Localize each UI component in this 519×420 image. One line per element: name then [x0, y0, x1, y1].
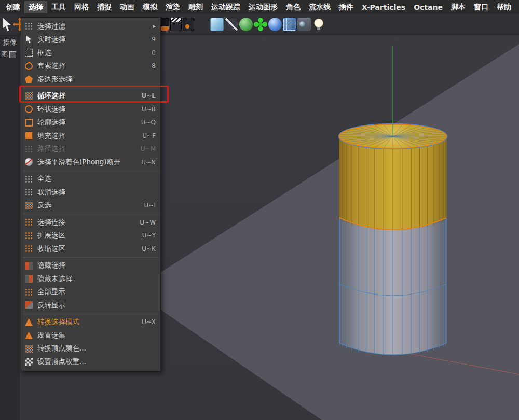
menu-item-label: 选择过滤 [37, 22, 148, 31]
menu-item-live-selection[interactable]: 实时选择9 [21, 33, 160, 47]
array-grid-icon[interactable] [283, 18, 296, 31]
menu-item-grow-selection[interactable]: 扩展选区U~Y [21, 229, 160, 243]
cylinder-object[interactable] [339, 124, 447, 355]
menubar-item-X-Particles[interactable]: X-Particles [358, 2, 409, 13]
menu-item-shortcut: U~L [142, 92, 156, 100]
menubar-item-动画[interactable]: 动画 [116, 1, 139, 13]
menu-item-invert-selection[interactable]: 反选U~I [21, 199, 160, 213]
menubar-item-创建[interactable]: 创建 [2, 1, 24, 13]
unhide-all-icon [25, 288, 33, 296]
mograph-clone-icon[interactable] [254, 18, 267, 31]
filter-icon [25, 22, 33, 30]
menu-item-convert-vertex-color[interactable]: 转换顶点颜色... [21, 342, 160, 356]
menubar-item-脚本[interactable]: 脚本 [447, 1, 470, 13]
menubar-item-网格[interactable]: 网格 [70, 1, 93, 13]
menubar-item-雕刻[interactable]: 雕刻 [184, 1, 207, 13]
menu-item-selection-filter[interactable]: 选择过滤▸ [21, 20, 160, 33]
pen-tool-icon[interactable] [225, 18, 238, 31]
menubar-item-运动跟踪[interactable]: 运动跟踪 [207, 1, 244, 13]
shrink-selection-icon [25, 245, 33, 253]
menu-item-label: 设置选集 [37, 331, 156, 340]
submenu-arrow-icon: ▸ [153, 23, 156, 30]
deformer-sphere-icon[interactable] [268, 18, 282, 31]
application-window: 创建选择工具网格捕捉动画模拟渲染雕刻运动跟踪运动图形角色流水线插件X-Parti… [0, 0, 519, 420]
menubar-item-渲染[interactable]: 渲染 [161, 1, 184, 13]
menu-item-outline-selection[interactable]: 轮廓选择U~Q [21, 116, 160, 130]
menu-item-label: 路径选择 [37, 144, 136, 153]
menu-item-convert-selection-mode[interactable]: 转换选择模式U~X [21, 316, 160, 329]
menu-item-lasso-selection[interactable]: 套索选择8 [21, 60, 160, 73]
menu-item-label: 扩展选区 [37, 231, 138, 240]
menu-item-label: 取消选择 [37, 188, 156, 197]
menu-item-rectangle-selection[interactable]: 框选0 [21, 46, 160, 60]
grow-selection-icon [25, 232, 33, 240]
loop-selection-icon [25, 92, 33, 100]
viewport-camera-menu[interactable]: 摄像 [3, 38, 17, 47]
menu-item-phong-break-selection[interactable]: 选择平滑着色(Phong)断开U~N [21, 156, 160, 169]
select-menu: 选择过滤▸实时选择9框选0套索选择8多边形选择循环选择U~L环状选择U~B轮廓选… [21, 17, 161, 371]
menu-item-label: 转换顶点颜色... [37, 344, 156, 353]
menubar-item-角色[interactable]: 角色 [282, 1, 305, 13]
outline-selection-icon [25, 119, 33, 127]
camera-tool-icon[interactable] [297, 18, 311, 31]
rectangle-selection-icon [25, 49, 33, 57]
menu-item-label: 全选 [37, 174, 156, 184]
menu-item-shortcut: U~Y [142, 232, 156, 239]
menubar-item-运动图形[interactable]: 运动图形 [244, 1, 282, 13]
invert-selection-icon [25, 202, 33, 209]
cube-primitive-icon[interactable] [210, 18, 224, 31]
menu-item-label: 选择平滑着色(Phong)断开 [37, 158, 137, 167]
menu-item-fill-selection[interactable]: 填充选择U~F [21, 129, 160, 143]
menubar-item-工具[interactable]: 工具 [47, 1, 70, 13]
vertex-color-icon [25, 345, 33, 353]
motion-clip-icon[interactable] [183, 18, 194, 31]
menu-item-label: 循环选择 [37, 91, 138, 101]
menu-item-shrink-selection[interactable]: 收缩选区U~K [21, 242, 160, 256]
phong-break-icon [25, 158, 33, 166]
menu-item-label: 套索选择 [37, 61, 147, 71]
menu-item-ring-selection[interactable]: 环状选择U~B [21, 103, 160, 116]
menu-item-label: 隐藏未选择 [37, 274, 156, 284]
menu-item-polygon-selection[interactable]: 多边形选择 [21, 73, 160, 86]
cursor-tool-icon[interactable] [2, 18, 12, 31]
view-panel-icon[interactable] [9, 51, 16, 58]
menu-item-deselect-all[interactable]: 取消选择 [21, 186, 160, 199]
menu-item-label: 框选 [37, 48, 147, 58]
select-all-icon [25, 175, 33, 183]
menubar-item-帮助[interactable]: 帮助 [493, 1, 515, 13]
lasso-selection-icon [25, 62, 33, 70]
menu-item-set-selection[interactable]: 设置选集 [21, 329, 160, 342]
menu-item-select-connected[interactable]: 选择连接U~W [21, 216, 160, 229]
invert-visibility-icon [25, 301, 33, 309]
menubar-item-选择[interactable]: 选择 [24, 1, 47, 13]
menu-item-label: 全部显示 [37, 287, 156, 297]
menu-item-set-vertex-weight[interactable]: 设置顶点权重... [21, 355, 160, 369]
menubar-item-捕捉[interactable]: 捕捉 [93, 1, 116, 13]
clapboard-icon[interactable] [170, 18, 182, 31]
live-selection-icon [25, 36, 33, 44]
menu-item-label: 填充选择 [37, 131, 138, 141]
menu-item-hide-selected[interactable]: 隐藏选择 [21, 259, 160, 273]
menubar-item-Octane[interactable]: Octane [409, 2, 447, 13]
menu-item-shortcut: U~I [144, 202, 156, 209]
menu-item-invert-visibility[interactable]: 反转显示 [21, 299, 160, 312]
menu-item-select-all[interactable]: 全选 [21, 173, 160, 186]
menubar-item-流水线[interactable]: 流水线 [305, 1, 335, 13]
menubar-item-插件[interactable]: 插件 [335, 1, 358, 13]
menu-item-hide-unselected[interactable]: 隐藏未选择 [21, 272, 160, 286]
light-tool-icon[interactable] [312, 18, 325, 31]
menu-item-shortcut: 0 [152, 49, 156, 57]
menu-item-unhide-all[interactable]: 全部显示 [21, 286, 160, 299]
deselect-all-icon [25, 188, 33, 196]
menubar-item-模拟[interactable]: 模拟 [139, 1, 161, 13]
polygon-object-icon[interactable] [239, 18, 253, 31]
path-selection-icon [25, 145, 33, 153]
menu-separator [23, 88, 159, 88]
menu-item-shortcut: U~M [141, 145, 156, 152]
menu-item-label: 实时选择 [37, 35, 147, 44]
select-connected-icon [25, 218, 33, 226]
menubar-item-窗口[interactable]: 窗口 [470, 1, 493, 13]
viewport-side-label: 图 [1, 50, 8, 59]
menu-item-shortcut: U~K [142, 245, 156, 253]
menu-item-loop-selection[interactable]: 循环选择U~L [21, 90, 160, 103]
